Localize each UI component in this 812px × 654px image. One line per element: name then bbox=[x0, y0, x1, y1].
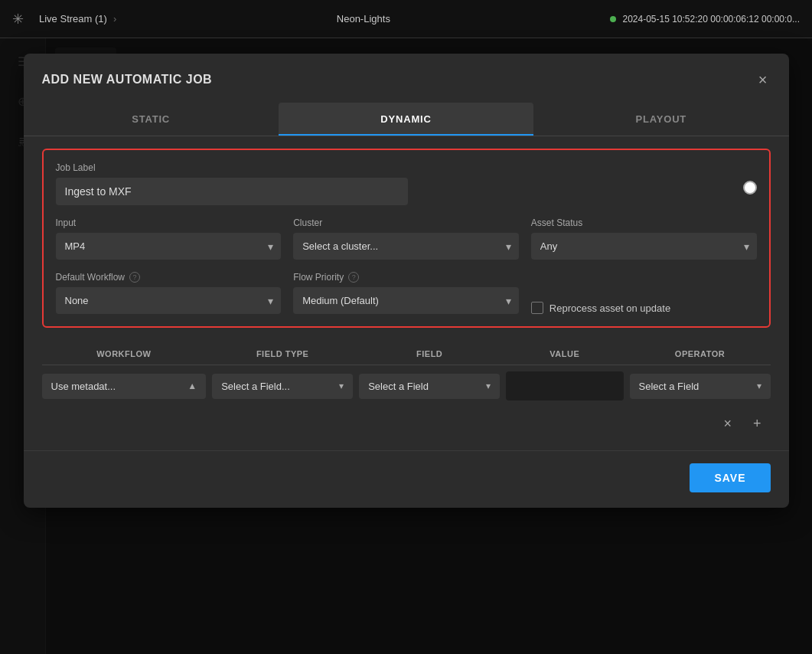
flow-priority-help-icon: ? bbox=[348, 272, 359, 283]
th-field: FIELD bbox=[359, 349, 500, 358]
stream-name: Live Stream (1) bbox=[39, 13, 107, 25]
operator-dropdown[interactable]: Select a Field ▾ bbox=[630, 374, 771, 399]
modal-overlay: ADD NEW AUTOMATIC JOB × STATIC DYNAMIC P… bbox=[0, 38, 812, 654]
asset-status-select[interactable]: Any bbox=[531, 233, 757, 260]
input-select[interactable]: MP4 bbox=[56, 233, 282, 260]
th-operator: OPERATOR bbox=[630, 349, 771, 358]
center-label: Neon-Lights bbox=[132, 13, 595, 25]
operator-value: Select a Field bbox=[639, 381, 699, 392]
field-cell: Select a Field ▾ bbox=[359, 374, 500, 399]
workflow-cell: Use metadat... ▲ bbox=[42, 374, 207, 399]
operator-arrow-icon: ▾ bbox=[757, 381, 761, 391]
table-row: Use metadat... ▲ Select a Field... ▾ bbox=[42, 371, 771, 401]
tab-playout[interactable]: PLAYOUT bbox=[533, 103, 788, 136]
operator-cell: Select a Field ▾ bbox=[630, 374, 771, 399]
default-workflow-help-icon: ? bbox=[129, 272, 140, 283]
modal-close-button[interactable]: × bbox=[755, 69, 771, 90]
app-logo: ✳ bbox=[12, 11, 24, 28]
asset-status-group: Asset Status Any ▾ bbox=[531, 217, 757, 260]
job-config-section: Job Label Input MP4 ▾ bbox=[42, 149, 771, 328]
value-empty-field bbox=[506, 371, 623, 401]
cluster-select[interactable]: Select a cluster... bbox=[293, 233, 519, 260]
workflow-dropdown[interactable]: Use metadat... ▲ bbox=[42, 374, 207, 399]
default-workflow-group: Default Workflow ? None ▾ bbox=[56, 272, 282, 314]
value-cell bbox=[506, 371, 623, 401]
asset-status-label: Asset Status bbox=[531, 217, 757, 228]
action-row: × + bbox=[42, 413, 771, 435]
field-value: Select a Field bbox=[368, 381, 429, 392]
add-row-button[interactable]: + bbox=[747, 413, 768, 435]
top-bar: ✳ Live Stream (1) › Neon-Lights 2024-05-… bbox=[0, 0, 812, 38]
input-group: Input MP4 ▾ bbox=[56, 217, 282, 260]
field-type-value: Select a Field... bbox=[221, 381, 290, 392]
field-type-dropdown[interactable]: Select a Field... ▾ bbox=[212, 374, 353, 399]
field-dropdown[interactable]: Select a Field ▾ bbox=[359, 374, 500, 399]
top-bar-right: 2024-05-15 10:52:20 00:00:06:12 00:00:0.… bbox=[610, 14, 800, 25]
flow-priority-group: Flow Priority ? Medium (Default) ▾ bbox=[293, 272, 519, 314]
form-row-1: Input MP4 ▾ Cluster Select a cluster bbox=[56, 217, 757, 260]
reprocess-label: Reprocess asset on update bbox=[549, 302, 670, 314]
cluster-label: Cluster bbox=[293, 217, 519, 228]
table-header-row: WORKFLOW FIELD TYPE FIELD VALUE OPERATOR bbox=[42, 343, 771, 365]
form-row-2: Default Workflow ? None ▾ Flow Priorit bbox=[56, 272, 757, 314]
field-type-cell: Select a Field... ▾ bbox=[212, 374, 353, 399]
field-arrow-icon: ▾ bbox=[486, 381, 491, 391]
flow-priority-label: Flow Priority bbox=[293, 272, 344, 283]
reprocess-wrapper: Reprocess asset on update bbox=[531, 302, 757, 314]
reprocess-checkbox[interactable] bbox=[531, 302, 543, 314]
flow-priority-select-wrapper: Medium (Default) ▾ bbox=[293, 287, 519, 314]
input-label: Input bbox=[56, 217, 282, 228]
datetime-label: 2024-05-15 10:52:20 00:00:06:12 00:00:0.… bbox=[622, 14, 800, 25]
reprocess-group: Reprocess asset on update bbox=[531, 286, 757, 314]
chevron-icon: › bbox=[113, 13, 116, 25]
th-value: VALUE bbox=[506, 349, 623, 358]
tabs-container: STATIC DYNAMIC PLAYOUT bbox=[24, 103, 789, 136]
stream-label: Live Stream (1) › bbox=[39, 13, 116, 25]
field-type-arrow-icon: ▾ bbox=[339, 381, 344, 391]
flow-priority-select[interactable]: Medium (Default) bbox=[293, 287, 519, 314]
status-dot bbox=[610, 16, 616, 22]
default-workflow-select[interactable]: None bbox=[56, 287, 282, 314]
workflow-value: Use metadat... bbox=[51, 381, 116, 392]
job-label-input[interactable] bbox=[56, 178, 408, 205]
th-workflow: WORKFLOW bbox=[42, 349, 207, 358]
modal-header: ADD NEW AUTOMATIC JOB × bbox=[24, 54, 789, 103]
modal-dialog: ADD NEW AUTOMATIC JOB × STATIC DYNAMIC P… bbox=[24, 54, 789, 508]
save-button[interactable]: SAVE bbox=[690, 463, 770, 492]
tab-static[interactable]: STATIC bbox=[24, 103, 279, 136]
default-workflow-select-wrapper: None ▾ bbox=[56, 287, 282, 314]
cluster-group: Cluster Select a cluster... ▾ bbox=[293, 217, 519, 260]
workflow-arrow-icon: ▲ bbox=[188, 381, 197, 391]
modal-footer: SAVE bbox=[24, 450, 789, 508]
job-label-text: Job Label bbox=[56, 162, 757, 173]
default-workflow-label: Default Workflow bbox=[56, 272, 125, 283]
cluster-select-wrapper: Select a cluster... ▾ bbox=[293, 233, 519, 260]
toggle-circle[interactable] bbox=[743, 181, 757, 195]
th-field-type: FIELD TYPE bbox=[212, 349, 353, 358]
remove-row-button[interactable]: × bbox=[717, 413, 738, 435]
modal-body: Job Label Input MP4 ▾ bbox=[24, 136, 789, 450]
modal-title: ADD NEW AUTOMATIC JOB bbox=[42, 73, 213, 87]
asset-status-select-wrapper: Any ▾ bbox=[531, 233, 757, 260]
tab-dynamic[interactable]: DYNAMIC bbox=[279, 103, 533, 136]
input-select-wrapper: MP4 ▾ bbox=[56, 233, 282, 260]
table-section: WORKFLOW FIELD TYPE FIELD VALUE OPERATOR… bbox=[42, 343, 771, 435]
